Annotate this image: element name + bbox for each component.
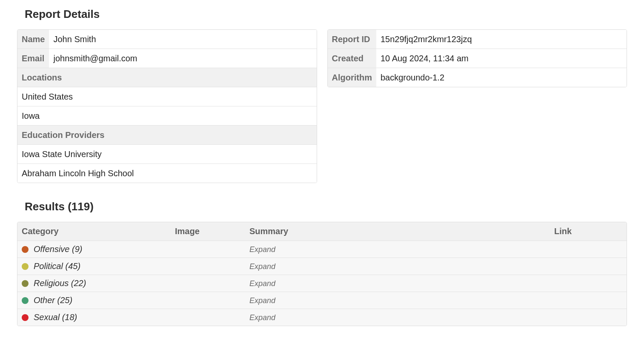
category-label: Religious (22) [34,278,86,288]
category-cell: Other (25) [22,295,166,305]
email-label: Email [17,49,49,68]
locations-header-row: Locations [17,68,317,87]
created-label: Created [328,49,376,68]
category-cell: Religious (22) [22,278,166,288]
image-cell [171,241,245,258]
expand-link[interactable]: Expand [249,245,275,254]
category-color-dot-icon [22,297,29,304]
results-row[interactable]: Religious (22)Expand [17,275,627,292]
location-value: United States [17,87,317,106]
report-meta-panel: Report ID 15n29fjq2mr2kmr123jzq Created … [327,29,627,87]
column-header-image: Image [171,222,245,241]
link-cell [550,309,627,326]
name-value: John Smith [49,30,316,49]
results-heading: Results (119) [25,200,627,213]
algorithm-row: Algorithm backgroundo-1.2 [328,68,627,87]
category-color-dot-icon [22,246,29,253]
image-cell [171,292,245,309]
expand-link[interactable]: Expand [249,296,275,305]
results-heading-count: 119 [72,200,90,213]
category-color-dot-icon [22,314,29,321]
report-id-label: Report ID [328,30,376,49]
report-id-row: Report ID 15n29fjq2mr2kmr123jzq [328,30,627,49]
expand-link[interactable]: Expand [249,313,275,322]
category-label: Other (25) [34,295,72,305]
location-row: United States [17,87,317,106]
category-label: Political (45) [34,261,80,271]
algorithm-value: backgroundo-1.2 [376,68,627,87]
results-row[interactable]: Sexual (18)Expand [17,309,627,326]
report-id-value: 15n29fjq2mr2kmr123jzq [376,30,627,49]
results-row[interactable]: Other (25)Expand [17,292,627,309]
results-table: Category Image Summary Link Offensive (9… [17,222,627,326]
image-cell [171,275,245,292]
category-label: Offensive (9) [34,244,82,254]
link-cell [550,275,627,292]
category-color-dot-icon [22,280,29,287]
image-cell [171,258,245,275]
results-row[interactable]: Political (45)Expand [17,258,627,275]
education-row: Abraham Lincoln High School [17,164,317,183]
created-value: 10 Aug 2024, 11:34 am [376,49,627,68]
category-color-dot-icon [22,263,29,270]
category-label: Sexual (18) [34,312,77,322]
expand-link[interactable]: Expand [249,262,275,271]
education-label: Education Providers [17,126,317,145]
location-row: Iowa [17,106,317,126]
name-label: Name [17,30,49,49]
education-header-row: Education Providers [17,126,317,145]
column-header-summary: Summary [245,222,550,241]
created-row: Created 10 Aug 2024, 11:34 am [328,49,627,68]
education-value: Abraham Lincoln High School [17,164,317,183]
category-cell: Political (45) [22,261,166,271]
category-cell: Sexual (18) [22,312,166,322]
education-row: Iowa State University [17,145,317,164]
column-header-category: Category [17,222,171,241]
education-value: Iowa State University [17,145,317,164]
link-cell [550,292,627,309]
link-cell [550,241,627,258]
subject-details-panel: Name John Smith Email johnsmith@gmail.co… [17,29,317,183]
column-header-link: Link [550,222,627,241]
email-row: Email johnsmith@gmail.com [17,49,317,68]
algorithm-label: Algorithm [328,68,376,87]
name-row: Name John Smith [17,30,317,49]
email-value: johnsmith@gmail.com [49,49,316,68]
results-heading-label: Results [25,200,65,213]
image-cell [171,309,245,326]
locations-label: Locations [17,68,317,87]
expand-link[interactable]: Expand [249,279,275,288]
report-details-heading: Report Details [25,8,627,21]
link-cell [550,258,627,275]
location-value: Iowa [17,106,317,126]
results-row[interactable]: Offensive (9)Expand [17,241,627,258]
category-cell: Offensive (9) [22,244,166,254]
